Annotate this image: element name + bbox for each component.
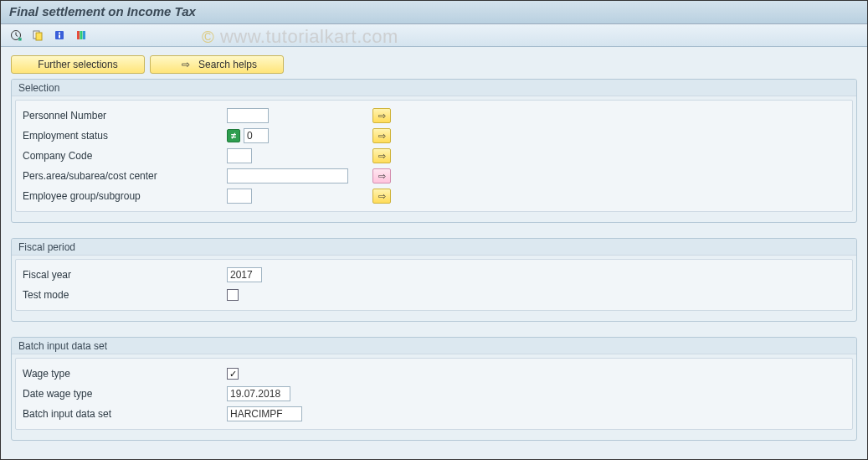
layout-icon: [75, 29, 87, 41]
fiscal-year-row: Fiscal year: [23, 265, 845, 285]
svg-rect-6: [77, 31, 80, 39]
employee-group-input[interactable]: [227, 189, 252, 204]
employee-group-row: Employee group/subgroup ⇨: [23, 186, 845, 206]
employee-group-multi-button[interactable]: ⇨: [372, 189, 391, 204]
personnel-number-row: Personnel Number ⇨: [23, 106, 845, 126]
batch-input-title: Batch input data set: [12, 338, 856, 354]
employment-status-input[interactable]: [244, 128, 269, 143]
fiscal-year-label: Fiscal year: [23, 269, 223, 281]
employee-group-label: Employee group/subgroup: [23, 190, 223, 202]
pers-area-row: Pers.area/subarea/cost center ⇨: [23, 166, 845, 186]
search-helps-button[interactable]: ⇨ Search helps: [150, 55, 284, 74]
svg-rect-5: [59, 35, 60, 39]
arrow-right-icon: ⇨: [378, 171, 386, 182]
page-title: Final settlement on Income Tax: [9, 4, 859, 18]
fiscal-year-input[interactable]: [227, 267, 262, 282]
selection-buttons-row: Further selections ⇨ Search helps: [11, 55, 857, 74]
further-selections-button[interactable]: Further selections: [11, 55, 145, 74]
date-wage-type-input[interactable]: [227, 386, 290, 401]
layout-button[interactable]: [73, 27, 90, 44]
variant-icon: [32, 29, 44, 41]
app-toolbar: [1, 24, 867, 47]
batch-input-set-label: Batch input data set: [23, 408, 223, 420]
company-code-multi-button[interactable]: ⇨: [372, 148, 391, 163]
check-icon: ✓: [229, 369, 237, 380]
test-mode-label: Test mode: [23, 289, 223, 301]
batch-input-set-input[interactable]: [227, 406, 302, 421]
employment-status-label: Employment status: [23, 130, 223, 142]
svg-rect-2: [36, 33, 42, 40]
arrow-right-icon: ⇨: [378, 111, 386, 121]
test-mode-checkbox[interactable]: [227, 289, 239, 301]
titlebar: Final settlement on Income Tax: [1, 1, 867, 24]
batch-input-group: Batch input data set Wage type ✓ Date wa…: [11, 337, 857, 441]
not-equal-icon: ≠: [227, 129, 240, 142]
arrow-right-icon: ⇨: [378, 131, 386, 142]
selection-group-title: Selection: [12, 80, 856, 96]
company-code-input[interactable]: [227, 148, 252, 163]
pers-area-input[interactable]: [227, 168, 348, 183]
personnel-number-input[interactable]: [227, 108, 269, 123]
arrow-right-icon: ⇨: [378, 191, 386, 202]
variant-button[interactable]: [29, 27, 46, 44]
employment-status-multi-button[interactable]: ⇨: [372, 128, 391, 143]
date-wage-type-label: Date wage type: [23, 388, 223, 400]
wage-type-checkbox[interactable]: ✓: [227, 368, 239, 380]
fiscal-period-title: Fiscal period: [12, 239, 856, 256]
fiscal-period-group: Fiscal period Fiscal year Test mode: [11, 238, 857, 322]
pers-area-label: Pers.area/subarea/cost center: [23, 170, 223, 182]
test-mode-row: Test mode: [23, 285, 845, 305]
date-wage-type-row: Date wage type: [23, 384, 845, 404]
svg-rect-4: [59, 33, 60, 34]
sap-window: Final settlement on Income Tax: [0, 0, 868, 460]
employment-status-row: Employment status ≠ ⇨: [23, 126, 845, 146]
batch-input-set-row: Batch input data set: [23, 404, 845, 424]
selection-group-body: Personnel Number ⇨ Employment status ≠ ⇨: [15, 100, 853, 212]
company-code-label: Company Code: [23, 150, 223, 162]
batch-input-body: Wage type ✓ Date wage type Batch input d…: [15, 358, 853, 430]
personnel-number-label: Personnel Number: [23, 110, 223, 121]
wage-type-label: Wage type: [23, 368, 223, 380]
pers-area-multi-button[interactable]: ⇨: [372, 168, 391, 183]
info-button[interactable]: [51, 27, 68, 44]
personnel-number-multi-button[interactable]: ⇨: [372, 108, 391, 123]
svg-rect-7: [80, 31, 83, 39]
content-area: Further selections ⇨ Search helps Select…: [1, 47, 867, 460]
further-selections-label: Further selections: [38, 59, 117, 70]
wage-type-row: Wage type ✓: [23, 364, 845, 384]
arrow-right-icon: ⇨: [378, 151, 386, 162]
arrow-right-icon: ⇨: [182, 59, 190, 70]
svg-rect-8: [83, 31, 85, 39]
fiscal-period-body: Fiscal year Test mode: [15, 259, 853, 311]
info-icon: [54, 29, 65, 41]
search-helps-label: Search helps: [198, 59, 257, 70]
company-code-row: Company Code ⇨: [23, 146, 845, 166]
clock-execute-icon: [10, 29, 22, 41]
execute-button[interactable]: [8, 27, 24, 44]
selection-group: Selection Personnel Number ⇨ Employment …: [11, 79, 857, 223]
